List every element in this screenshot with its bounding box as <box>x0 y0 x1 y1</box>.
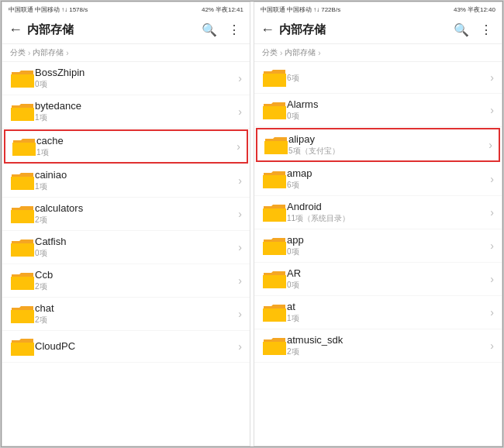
breadcrumb-sep-r2: › <box>318 49 320 57</box>
folder-item[interactable]: chat 2项 › <box>2 298 250 331</box>
chevron-icon: › <box>238 274 242 287</box>
folder-info: Android 11项（系统目录） <box>287 201 490 224</box>
folder-icon <box>10 303 35 325</box>
folder-name: BossZhipin <box>35 67 238 78</box>
folder-count: 6项 <box>287 73 490 84</box>
folder-icon <box>10 101 35 122</box>
folder-item[interactable]: Catfish 0项 › <box>2 231 250 264</box>
breadcrumb-sep-r: › <box>280 49 282 57</box>
folder-name: AR <box>287 267 490 279</box>
folder-name: at <box>287 301 490 312</box>
folder-name: bytedance <box>35 100 238 112</box>
breadcrumb-item-1[interactable]: 分类 <box>10 47 26 58</box>
more-icon-right[interactable]: ⋮ <box>477 21 495 39</box>
folder-icon <box>10 170 35 191</box>
folder-info: app 0项 <box>287 234 490 257</box>
folder-icon <box>10 336 35 357</box>
battery: 42% <box>202 6 214 13</box>
folder-icon <box>12 136 36 157</box>
breadcrumb-sep: › <box>28 49 30 57</box>
top-bar-left: ← 内部存储 🔍 ⋮ <box>2 16 250 44</box>
folder-item[interactable]: amap 6项 › <box>254 163 502 196</box>
folder-icon <box>262 335 287 357</box>
folder-item[interactable]: BossZhipin 0项 › <box>2 62 250 95</box>
breadcrumb-item-2[interactable]: 内部存储 <box>33 47 64 58</box>
folder-item[interactable]: Ccb 2项 › <box>2 264 250 298</box>
folder-info: chat 2项 <box>35 302 238 326</box>
chevron-icon: › <box>490 273 494 285</box>
folder-count: 2项 <box>35 281 238 292</box>
signal: ↑↓ 1578/s <box>61 6 88 13</box>
chevron-icon: › <box>490 206 494 219</box>
more-icon-left[interactable]: ⋮ <box>225 21 243 39</box>
chevron-icon: › <box>238 208 242 220</box>
folder-icon <box>262 67 287 88</box>
folder-icon <box>10 203 35 225</box>
status-left-right: 中国联通 中国移动 ↑↓ 722B/s <box>261 5 340 14</box>
folder-icon <box>262 235 287 257</box>
folder-icon <box>262 202 287 223</box>
folder-name: amap <box>287 167 490 179</box>
folder-icon <box>262 302 287 323</box>
chevron-icon: › <box>238 241 242 253</box>
folder-info: at 1项 <box>287 301 490 324</box>
folder-count: 1项 <box>35 181 238 192</box>
chevron-icon: › <box>490 173 494 185</box>
folder-info: AR 0项 <box>287 267 490 291</box>
folder-count: 1项 <box>35 112 238 123</box>
folder-icon <box>10 236 35 258</box>
folder-count: 0项 <box>287 111 490 122</box>
status-left: 中国联通 中国移动 ↑↓ 1578/s <box>9 5 88 14</box>
folder-item-cache[interactable]: cache 1项 › <box>4 129 248 164</box>
top-bar-right: ← 内部存储 🔍 ⋮ <box>254 16 502 44</box>
chevron-icon: › <box>238 72 242 84</box>
chevron-icon: › <box>238 174 242 187</box>
carrier1-right: 中国联通 <box>261 5 285 14</box>
time-right: 半夜12:40 <box>468 5 495 14</box>
breadcrumb-right: 分类 › 内部存储 › <box>254 44 502 62</box>
folder-info: amap 6项 <box>287 167 490 191</box>
chevron-icon: › <box>238 105 242 118</box>
chevron-icon: › <box>488 139 492 151</box>
folder-count: 2项 <box>287 346 490 357</box>
folder-info: calculators 2项 <box>35 202 238 226</box>
folder-name: Catfish <box>35 236 238 247</box>
folder-icon <box>10 67 35 89</box>
folder-name: Ccb <box>35 269 238 281</box>
folder-name-alipay: alipay <box>288 133 488 145</box>
folder-item[interactable]: 6项 › <box>254 62 502 94</box>
search-icon-right[interactable]: 🔍 <box>450 21 472 39</box>
folder-name: app <box>287 234 490 246</box>
folder-item[interactable]: at 1项 › <box>254 296 502 329</box>
folder-item[interactable]: Alarms 0项 › <box>254 94 502 127</box>
folder-name: Alarms <box>287 98 490 110</box>
folder-item[interactable]: AR 0项 › <box>254 263 502 296</box>
breadcrumb-item-r2[interactable]: 内部存储 <box>285 47 316 58</box>
folder-count: 0项 <box>287 246 490 257</box>
folder-count: 2项 <box>35 215 238 226</box>
folder-item[interactable]: CloudPC › <box>2 331 250 363</box>
folder-item[interactable]: cainiao 1项 › <box>2 164 250 198</box>
folder-icon <box>262 268 287 290</box>
status-right-right: 43% 半夜12:40 <box>454 5 495 14</box>
folder-item[interactable]: calculators 2项 › <box>2 198 250 231</box>
back-button-left[interactable]: ← <box>9 22 22 38</box>
back-button-right[interactable]: ← <box>261 22 274 38</box>
folder-info: alipay 5项（支付宝） <box>288 133 488 157</box>
folder-info: Ccb 2项 <box>35 269 238 292</box>
folder-item[interactable]: atmusic_sdk 2项 › <box>254 329 502 363</box>
folder-list-right: 6项 › Alarms 0项 › <box>254 62 502 446</box>
status-bar-right: 中国联通 中国移动 ↑↓ 722B/s 43% 半夜12:40 <box>254 2 502 16</box>
chevron-icon: › <box>490 306 494 319</box>
folder-count: 0项 <box>35 248 238 259</box>
phone-right: 中国联通 中国移动 ↑↓ 722B/s 43% 半夜12:40 ← 内部存储 🔍… <box>254 2 502 446</box>
folder-name: calculators <box>35 202 238 214</box>
folder-item[interactable]: app 0项 › <box>254 229 502 263</box>
page-title-right: 内部存储 <box>279 22 446 37</box>
search-icon-left[interactable]: 🔍 <box>198 21 220 39</box>
folder-item-alipay[interactable]: alipay 5项（支付宝） › <box>256 128 500 162</box>
breadcrumb-item-r1[interactable]: 分类 <box>262 47 278 58</box>
folder-item[interactable]: Android 11项（系统目录） › <box>254 196 502 229</box>
folder-count: 1项 <box>287 313 490 324</box>
folder-item[interactable]: bytedance 1项 › <box>2 95 250 129</box>
